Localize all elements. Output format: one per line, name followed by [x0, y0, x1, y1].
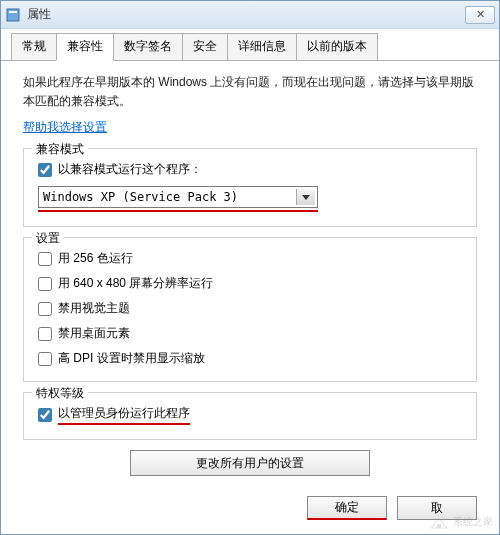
properties-dialog: 属性 ✕ 常规 兼容性 数字签名 安全 详细信息 以前的版本 如果此程序在早期版… — [0, 0, 500, 535]
titlebar: 属性 ✕ — [1, 1, 499, 29]
description-text: 如果此程序在早期版本的 Windows 上没有问题，而现在出现问题，请选择与该早… — [23, 73, 477, 111]
label-run-compat-mode[interactable]: 以兼容模式运行这个程序： — [58, 161, 202, 178]
tab-general[interactable]: 常规 — [11, 33, 57, 60]
tab-previous-versions[interactable]: 以前的版本 — [296, 33, 378, 60]
checkbox-disable-theme[interactable] — [38, 302, 52, 316]
label-disable-dpi-scaling[interactable]: 高 DPI 设置时禁用显示缩放 — [58, 350, 205, 367]
label-256-color[interactable]: 用 256 色运行 — [58, 250, 133, 267]
close-icon: ✕ — [476, 8, 485, 21]
checkbox-run-as-admin[interactable] — [38, 408, 52, 422]
combo-compat-os-value: Windows XP (Service Pack 3) — [43, 190, 238, 204]
label-disable-theme[interactable]: 禁用视觉主题 — [58, 300, 130, 317]
tab-compatibility[interactable]: 兼容性 — [56, 33, 114, 61]
checkbox-640x480[interactable] — [38, 277, 52, 291]
group-settings: 设置 用 256 色运行 用 640 x 480 屏幕分辨率运行 禁用视觉主题 … — [23, 237, 477, 382]
tab-digital-signatures[interactable]: 数字签名 — [113, 33, 183, 60]
app-icon — [5, 7, 21, 23]
group-title-privilege: 特权等级 — [32, 385, 88, 402]
checkbox-run-compat-mode[interactable] — [38, 163, 52, 177]
label-run-as-admin[interactable]: 以管理员身份运行此程序 — [58, 405, 190, 425]
ok-button[interactable]: 确定 — [307, 496, 387, 520]
tab-security[interactable]: 安全 — [182, 33, 228, 60]
checkbox-256-color[interactable] — [38, 252, 52, 266]
close-button[interactable]: ✕ — [465, 6, 495, 24]
label-disable-desktop[interactable]: 禁用桌面元素 — [58, 325, 130, 342]
change-all-users-button[interactable]: 更改所有用户的设置 — [130, 450, 370, 476]
dialog-button-row: 确定 取 — [1, 486, 499, 520]
checkbox-disable-dpi-scaling[interactable] — [38, 352, 52, 366]
chevron-down-icon — [302, 195, 310, 200]
svg-rect-0 — [7, 9, 19, 21]
tab-strip: 常规 兼容性 数字签名 安全 详细信息 以前的版本 — [1, 29, 499, 61]
tab-details[interactable]: 详细信息 — [227, 33, 297, 60]
tab-content: 如果此程序在早期版本的 Windows 上没有问题，而现在出现问题，请选择与该早… — [1, 61, 499, 486]
group-title-settings: 设置 — [32, 230, 64, 247]
cancel-button[interactable]: 取 — [397, 496, 477, 520]
group-title-compat: 兼容模式 — [32, 141, 88, 158]
help-link[interactable]: 帮助我选择设置 — [23, 119, 107, 136]
label-640x480[interactable]: 用 640 x 480 屏幕分辨率运行 — [58, 275, 213, 292]
group-privilege: 特权等级 以管理员身份运行此程序 — [23, 392, 477, 440]
svg-rect-1 — [9, 11, 17, 13]
svg-rect-2 — [437, 524, 441, 528]
combo-compat-os[interactable]: Windows XP (Service Pack 3) — [38, 186, 318, 208]
window-title: 属性 — [27, 6, 465, 23]
checkbox-disable-desktop[interactable] — [38, 327, 52, 341]
highlight-underline — [38, 210, 318, 212]
group-compat-mode: 兼容模式 以兼容模式运行这个程序： Windows XP (Service Pa… — [23, 148, 477, 227]
